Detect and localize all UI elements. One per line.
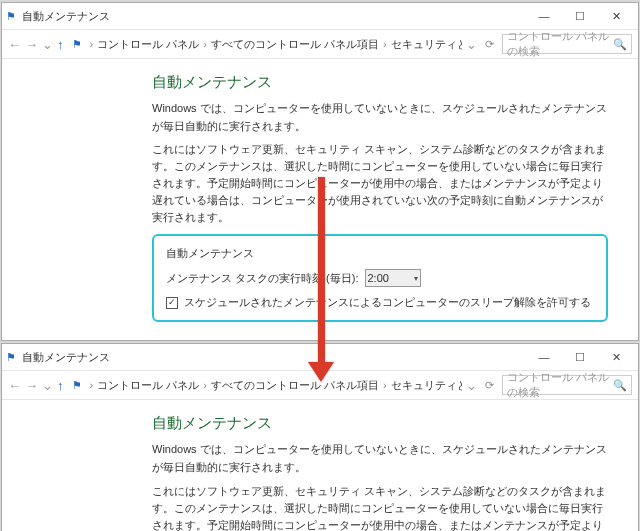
crumb-all-items[interactable]: すべてのコントロール パネル項目 bbox=[211, 378, 379, 393]
search-placeholder: コントロール パネルの検索 bbox=[507, 370, 613, 400]
page-heading: 自動メンテナンス bbox=[152, 73, 608, 92]
up-button[interactable]: ↑ bbox=[57, 37, 64, 52]
crumb-all-items[interactable]: すべてのコントロール パネル項目 bbox=[211, 37, 379, 52]
back-button[interactable]: ← bbox=[8, 378, 21, 393]
forward-button[interactable]: → bbox=[25, 37, 38, 52]
forward-button[interactable]: → bbox=[25, 378, 38, 393]
search-input[interactable]: コントロール パネルの検索 🔍 bbox=[502, 375, 632, 395]
chevron-down-icon: ▾ bbox=[414, 274, 418, 283]
search-icon: 🔍 bbox=[613, 379, 627, 392]
flag-icon: ⚑ bbox=[72, 38, 82, 51]
flag-icon: ⚑ bbox=[6, 10, 16, 23]
intro-text: Windows では、コンピューターを使用していないときに、スケジュールされたメ… bbox=[152, 100, 608, 135]
breadcrumb[interactable]: › コントロール パネル › すべてのコントロール パネル項目 › セキュリティ… bbox=[90, 378, 463, 393]
flag-icon: ⚑ bbox=[72, 379, 82, 392]
crumb-security[interactable]: セキュリティとメンテナンス bbox=[391, 37, 462, 52]
history-dropdown[interactable]: ⌄ bbox=[466, 378, 477, 393]
recent-dropdown[interactable]: ⌄ bbox=[42, 37, 53, 52]
maintenance-settings-box: 自動メンテナンス メンテナンス タスクの実行時刻 (毎日): 2:00 ▾ ✓ … bbox=[152, 234, 608, 322]
window-title: 自動メンテナンス bbox=[22, 9, 110, 24]
time-select[interactable]: 2:00 ▾ bbox=[365, 269, 421, 287]
breadcrumb[interactable]: › コントロール パネル › すべてのコントロール パネル項目 › セキュリティ… bbox=[90, 37, 463, 52]
maximize-button[interactable]: ☐ bbox=[562, 344, 598, 370]
time-label: メンテナンス タスクの実行時刻 (毎日): bbox=[166, 271, 359, 286]
crumb-control-panel[interactable]: コントロール パネル bbox=[97, 37, 199, 52]
time-value: 2:00 bbox=[368, 272, 389, 284]
search-placeholder: コントロール パネルの検索 bbox=[507, 29, 613, 59]
wake-checkbox-label: スケジュールされたメンテナンスによるコンピューターのスリープ解除を許可する bbox=[184, 295, 591, 310]
close-button[interactable]: ✕ bbox=[598, 3, 634, 29]
detail-text: これにはソフトウェア更新、セキュリティ スキャン、システム診断などのタスクが含ま… bbox=[152, 141, 608, 226]
refresh-button[interactable]: ⟳ bbox=[485, 38, 494, 51]
close-button[interactable]: ✕ bbox=[598, 344, 634, 370]
crumb-control-panel[interactable]: コントロール パネル bbox=[97, 378, 199, 393]
window-title: 自動メンテナンス bbox=[22, 350, 110, 365]
crumb-security[interactable]: セキュリティとメンテナンス bbox=[391, 378, 462, 393]
page-heading: 自動メンテナンス bbox=[152, 414, 608, 433]
history-dropdown[interactable]: ⌄ bbox=[466, 37, 477, 52]
detail-text: これにはソフトウェア更新、セキュリティ スキャン、システム診断などのタスクが含ま… bbox=[152, 483, 608, 531]
intro-text: Windows では、コンピューターを使用していないときに、スケジュールされたメ… bbox=[152, 441, 608, 476]
maximize-button[interactable]: ☐ bbox=[562, 3, 598, 29]
flag-icon: ⚑ bbox=[6, 351, 16, 364]
box-title: 自動メンテナンス bbox=[166, 246, 594, 261]
minimize-button[interactable]: — bbox=[526, 344, 562, 370]
back-button[interactable]: ← bbox=[8, 37, 21, 52]
refresh-button[interactable]: ⟳ bbox=[485, 379, 494, 392]
search-input[interactable]: コントロール パネルの検索 🔍 bbox=[502, 34, 632, 54]
minimize-button[interactable]: — bbox=[526, 3, 562, 29]
wake-checkbox[interactable]: ✓ bbox=[166, 297, 178, 309]
search-icon: 🔍 bbox=[613, 38, 627, 51]
up-button[interactable]: ↑ bbox=[57, 378, 64, 393]
recent-dropdown[interactable]: ⌄ bbox=[42, 378, 53, 393]
